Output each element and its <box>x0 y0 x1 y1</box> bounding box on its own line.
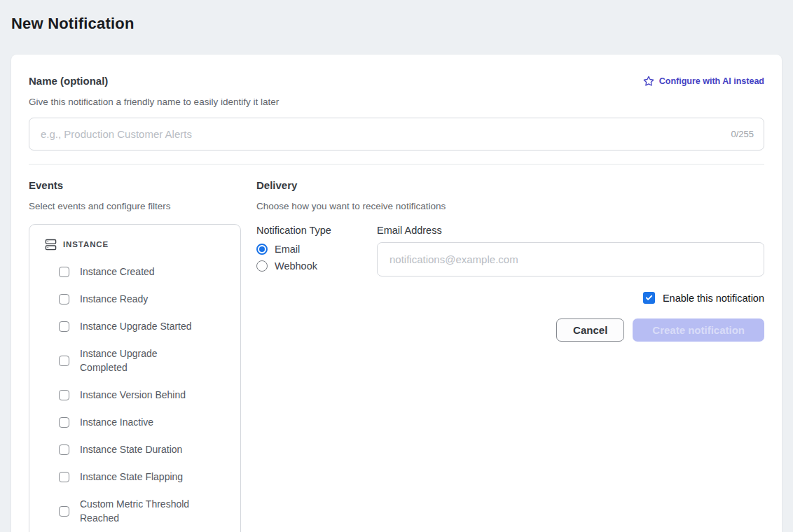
name-input-box: 0/255 <box>29 118 764 150</box>
radio-option-email[interactable]: Email <box>256 244 366 255</box>
checkbox-unchecked-icon[interactable] <box>59 321 69 332</box>
event-checkbox-row[interactable]: Instance State Flapping <box>59 470 183 484</box>
checkbox-unchecked-icon[interactable] <box>59 356 69 366</box>
checkbox-unchecked-icon[interactable] <box>59 472 69 482</box>
checkbox-checked-icon[interactable] <box>643 292 655 304</box>
name-hint: Give this notification a friendly name t… <box>29 97 764 108</box>
checkbox-unchecked-icon[interactable] <box>59 390 69 400</box>
email-input-box <box>377 242 764 276</box>
checkbox-unchecked-icon[interactable] <box>59 417 69 428</box>
event-label: Instance Ready <box>80 292 148 306</box>
email-input[interactable] <box>388 253 753 266</box>
page-title: New Notification <box>11 15 135 33</box>
checkbox-unchecked-icon[interactable] <box>59 444 69 455</box>
notification-type-label: Notification Type <box>256 224 366 237</box>
events-title: Events <box>29 179 241 192</box>
server-icon <box>45 239 57 251</box>
radio-label: Email <box>275 244 300 255</box>
name-section: Name (optional) Configure with AI instea… <box>11 55 782 164</box>
char-counter: 0/255 <box>731 129 754 139</box>
event-label: Custom Metric Threshold Reached <box>80 497 199 525</box>
cancel-button[interactable]: Cancel <box>556 318 624 342</box>
enable-notification-label[interactable]: Enable this notification <box>663 293 764 304</box>
configure-with-ai-link[interactable]: Configure with AI instead <box>643 76 764 87</box>
event-label: Instance Version Behind <box>80 388 186 402</box>
event-checkbox-row[interactable]: Instance Upgrade Completed <box>59 346 199 374</box>
events-box: INSTANCEInstance CreatedInstance ReadyIn… <box>29 224 241 532</box>
event-label: Instance Upgrade Completed <box>80 346 199 374</box>
checkbox-unchecked-icon[interactable] <box>59 294 69 304</box>
events-subtitle: Select events and configure filters <box>29 201 241 212</box>
configure-with-ai-label: Configure with AI instead <box>659 76 764 86</box>
radio-selected-icon[interactable] <box>256 244 268 255</box>
checkbox-unchecked-icon[interactable] <box>59 267 69 277</box>
event-checkbox-row[interactable]: Custom Metric Threshold Reached <box>59 497 199 525</box>
radio-unselected-icon[interactable] <box>256 260 268 272</box>
event-label: Instance Upgrade Started <box>80 319 192 333</box>
email-address-label: Email Address <box>377 224 764 237</box>
name-label: Name (optional) <box>29 75 108 88</box>
event-checkbox-row[interactable]: Instance Version Behind <box>59 388 186 402</box>
event-checkbox-row[interactable]: Instance Upgrade Started <box>59 319 192 333</box>
radio-option-webhook[interactable]: Webhook <box>256 260 366 272</box>
star-icon <box>643 76 654 87</box>
checkbox-unchecked-icon[interactable] <box>59 506 69 517</box>
radio-label: Webhook <box>275 260 317 272</box>
new-notification-card: Name (optional) Configure with AI instea… <box>11 55 782 532</box>
event-checkbox-row[interactable]: Instance Inactive <box>59 415 153 429</box>
event-group-header: INSTANCE <box>45 237 109 251</box>
event-label: Instance State Flapping <box>80 470 183 484</box>
delivery-subtitle: Choose how you want to receive notificat… <box>256 201 764 212</box>
event-label: Instance Created <box>80 265 155 279</box>
notification-type-radio-group: EmailWebhook <box>256 244 366 272</box>
event-checkbox-row[interactable]: Instance Ready <box>59 292 148 306</box>
events-column: Events Select events and configure filte… <box>29 179 241 532</box>
event-label: Instance State Duration <box>80 442 182 456</box>
create-notification-button[interactable]: Create notification <box>633 318 764 342</box>
name-input[interactable] <box>39 127 724 141</box>
event-label: Instance Inactive <box>80 415 153 429</box>
delivery-column: Delivery Choose how you want to receive … <box>256 179 764 532</box>
enable-notification-row: Enable this notification <box>256 292 764 304</box>
event-group-name: INSTANCE <box>63 240 109 248</box>
delivery-title: Delivery <box>256 179 764 192</box>
event-checkbox-row[interactable]: Instance State Duration <box>59 442 182 456</box>
event-checkbox-row[interactable]: Instance Created <box>59 265 155 279</box>
